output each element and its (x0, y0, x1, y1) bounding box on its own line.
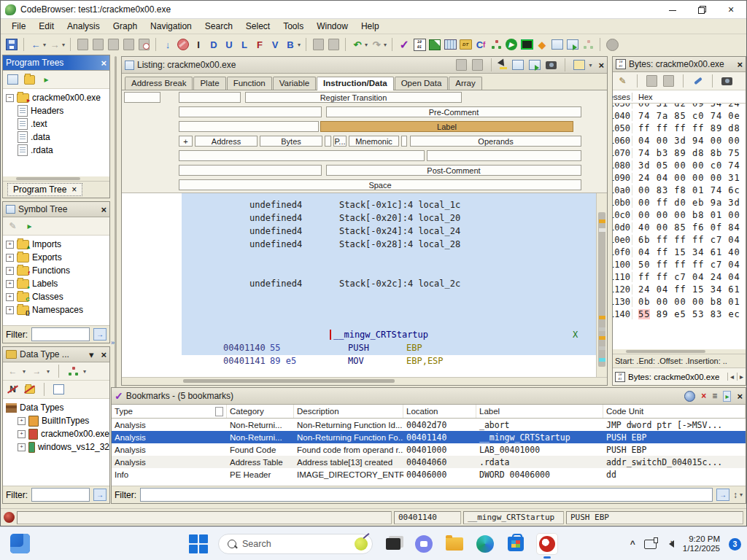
validate-check-icon[interactable]: ✓ (398, 38, 411, 51)
tree-node-label[interactable]: windows_vs12_32 (38, 442, 109, 452)
tab-function[interactable]: Function (227, 77, 272, 90)
expand-icon[interactable]: + (18, 417, 26, 425)
column-category[interactable]: Category (227, 405, 294, 418)
bytes-paste-icon[interactable] (663, 75, 674, 87)
bytes-viewer-icon[interactable]: 10 01 (413, 38, 426, 51)
refresh-globe-icon[interactable] (605, 38, 619, 51)
expand-icon[interactable]: + (6, 293, 14, 301)
function-label[interactable]: __mingw_CRTStartup (333, 330, 428, 340)
field-mnemonic[interactable]: Mnemonic (349, 136, 399, 147)
store-button[interactable] (506, 534, 526, 554)
column-type[interactable]: Type (112, 405, 227, 418)
listing-variable-row[interactable]: undefined4 Stack[-0x2c]:4 local_2c (182, 278, 596, 291)
field-label[interactable]: Label (320, 121, 573, 132)
hex-row[interactable]: 004011300b 00 00 00 b8 01 0 (613, 295, 746, 308)
hex-row[interactable]: 004010f004 ff 15 34 61 40 0 (613, 246, 746, 258)
bookmark-letter-icon[interactable]: B (284, 38, 297, 51)
field-properties[interactable]: P... (333, 136, 347, 147)
back-icon[interactable]: ← (29, 38, 42, 51)
expand-icon[interactable]: + (6, 267, 14, 275)
redo-icon[interactable]: ↷ (370, 38, 383, 51)
hex-row[interactable]: 0040103000 31 d2 09 54 24 0 (613, 104, 746, 109)
symbol-tree-toolbar-icon[interactable] (581, 38, 595, 51)
tree-node[interactable]: + {} Namespaces (6, 303, 109, 316)
menu-navigation[interactable]: Navigation (144, 20, 198, 33)
field-address[interactable]: Address (195, 136, 258, 147)
field-cell-empty[interactable] (124, 92, 160, 103)
listing-clipped-row[interactable] (182, 193, 596, 199)
hex-row[interactable]: 004010d040 00 85 f6 0f 84 7 (613, 221, 746, 233)
bookmark-row[interactable]: Info PE Header IMAGE_DIRECTORY_ENTR... 0… (112, 468, 746, 481)
program-trees-header[interactable]: Program Trees × (3, 55, 109, 71)
run-script-icon[interactable]: ▶ (505, 38, 518, 51)
dt-back-dropdown-icon[interactable]: ▾ (23, 368, 26, 375)
listing-vscrollbar[interactable] (596, 193, 607, 377)
label-letter-icon[interactable]: L (238, 38, 251, 51)
dt-back-icon[interactable]: ← (7, 366, 18, 376)
save-icon[interactable] (5, 38, 18, 51)
tree-node-label[interactable]: Functions (32, 265, 70, 276)
data-type-manager-icon[interactable]: DT (459, 38, 472, 51)
hex-row[interactable]: 0040106004 00 3d 94 00 00 0 (613, 134, 746, 147)
listing-blank-rows[interactable] (182, 291, 596, 329)
bytes-close-icon[interactable]: × (737, 59, 743, 70)
bookmark-row[interactable]: Analysis Non-Returni... Non-Returning Fu… (112, 419, 746, 431)
column-code-unit[interactable]: Code Unit (603, 405, 746, 418)
data-type-close-icon[interactable]: × (101, 349, 107, 360)
search-placeholder[interactable]: Search (242, 539, 349, 549)
memory-chip-icon[interactable] (520, 38, 533, 51)
tab-array[interactable]: Array (449, 77, 481, 90)
forward-dropdown-icon[interactable]: ▾ (62, 42, 65, 48)
tree-node[interactable]: + crackme0x00.exe (6, 427, 109, 440)
expand-icon[interactable]: + (18, 430, 26, 438)
listing-blank-rows[interactable] (182, 252, 596, 278)
margin-toggle-icon[interactable] (573, 60, 585, 70)
listing-instruction-row[interactable]: 00401140 55 PUSH EBP (182, 342, 596, 355)
menu-window[interactable]: Window (310, 20, 355, 33)
field-cell-empty[interactable] (401, 136, 407, 147)
hex-row[interactable]: 004010a000 83 f8 01 74 6c 8 (613, 184, 746, 196)
tree-node-root[interactable]: − ▸ crackme0x00.exe (6, 91, 109, 104)
tab-plate[interactable]: Plate (193, 77, 225, 90)
tab-address-break[interactable]: Address Break (125, 77, 193, 90)
snapshot-camera-icon[interactable] (546, 61, 557, 69)
field-cell-empty[interactable] (427, 150, 581, 161)
dt-filter-off-icon[interactable]: N (7, 384, 18, 394)
new-tree-icon[interactable] (7, 74, 18, 85)
edge-button[interactable] (475, 534, 495, 554)
tree-node-label[interactable]: Imports (32, 239, 61, 249)
field-plus[interactable]: + (179, 136, 193, 147)
hex-row[interactable]: 00401050ff ff ff ff 89 d8 8 (613, 122, 746, 134)
bytes-snapshot-icon[interactable] (721, 77, 732, 85)
hex-row[interactable]: 0040104074 7a 85 c0 74 0e c (613, 109, 746, 122)
bookmark-row-selected[interactable]: Analysis Non-Returni... Non-Returning Fu… (112, 431, 746, 443)
dt-associations-dropdown-icon[interactable]: ▾ (83, 368, 86, 375)
tree-node-root[interactable]: Data Types (6, 401, 109, 414)
bookmarks-filter-input[interactable] (140, 488, 713, 502)
select-columns-icon[interactable]: ≡ (712, 391, 717, 401)
data-type-menu-icon[interactable]: ▾ (89, 349, 94, 360)
decompile-diamond-icon[interactable]: ◆ (535, 38, 549, 51)
bytes-copy-icon[interactable] (646, 75, 657, 87)
field-cell-empty[interactable] (179, 150, 425, 161)
listing-variable-row[interactable]: undefined4 Stack[-0x20]:4 local_20 (182, 212, 596, 225)
xref-marker[interactable]: X (573, 330, 578, 340)
dt-associations-icon[interactable] (68, 366, 79, 376)
listing-vscroll-thumb[interactable] (598, 212, 605, 367)
bookmarks-header[interactable]: ✓ Bookmarks - (5 bookmarks) × ≡ ▸ × (112, 388, 746, 405)
tree-node[interactable]: .rdata (6, 144, 109, 157)
notification-badge[interactable]: 3 (729, 538, 741, 551)
hex-row[interactable]: 0040107074 b3 89 d8 8b 75 f (613, 147, 746, 159)
dt-forward-icon[interactable]: → (31, 366, 42, 376)
expand-icon[interactable]: + (6, 306, 14, 314)
instruction-letter-icon[interactable]: I (192, 38, 205, 51)
bookmark-row[interactable]: Analysis Found Code Found code from oper… (112, 443, 746, 456)
volume-muted-icon[interactable] (665, 540, 674, 548)
hex-row[interactable]: 0040109024 04 00 00 00 31 f (613, 171, 746, 184)
filter-dropdown-icon[interactable]: ▾ (740, 491, 743, 498)
memory-map-icon[interactable] (428, 38, 441, 51)
hex-rows[interactable]: 0040103000 31 d2 09 54 24 0 0040104074 7… (613, 104, 746, 349)
column-label[interactable]: Label (476, 405, 603, 418)
bookmark-settings-icon[interactable] (684, 391, 695, 402)
tree-node-label[interactable]: Classes (32, 292, 63, 302)
